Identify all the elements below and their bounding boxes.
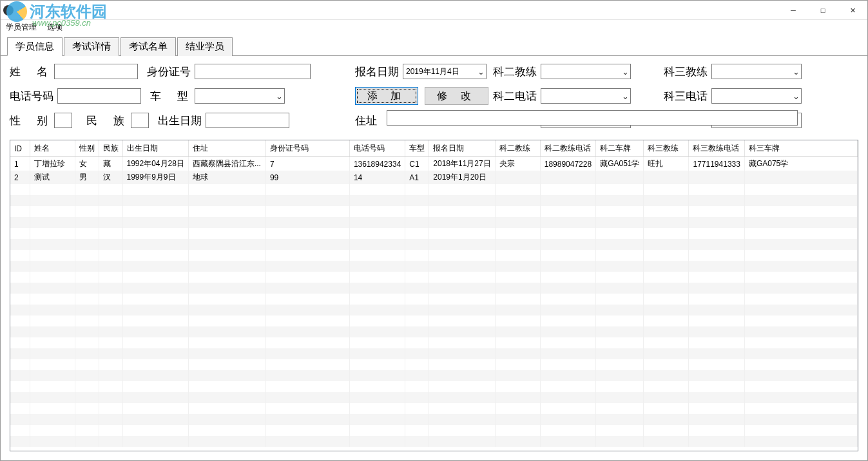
table-row-empty — [10, 315, 858, 326]
table-row-empty — [10, 403, 858, 414]
menubar: 学员管理 选项 — [1, 20, 867, 34]
cell-birth: 1992年04月28日 — [122, 157, 188, 171]
lbl-k2coach: 科二教练 — [493, 64, 537, 79]
table-row-empty — [10, 326, 858, 337]
cell-id: 2 — [10, 171, 30, 184]
datepicker-regdate[interactable]: 2019年11月4日 — [403, 64, 487, 79]
table-row[interactable]: 2测试男汉1999年9月9日地球9914A12019年1月20日 — [10, 171, 858, 184]
tab-graduated[interactable]: 结业学员 — [177, 37, 233, 56]
cell-car: C1 — [405, 157, 429, 171]
lbl-addr: 住址 — [355, 113, 377, 128]
cell-addr: 西藏察隅县沿江东... — [188, 157, 265, 171]
col-name[interactable]: 姓名 — [30, 140, 75, 157]
app-icon — [3, 5, 14, 15]
form-area: 姓 名 身份证号 电话号码 车 型 性 别 民 族 出生日期 — [1, 56, 867, 140]
table-row-empty — [10, 184, 858, 195]
cell-nation: 藏 — [99, 157, 122, 171]
table-row-empty — [10, 294, 858, 305]
input-birth[interactable] — [206, 113, 289, 128]
combo-k3coach[interactable] — [711, 64, 802, 79]
cell-idcard: 7 — [265, 157, 349, 171]
lbl-phone: 电话号码 — [10, 89, 53, 104]
col-idcard[interactable]: 身份证号码 — [265, 140, 349, 157]
menu-students[interactable]: 学员管理 — [5, 21, 42, 34]
table-row-empty — [10, 217, 858, 228]
cell-k2p: 18989047228 — [540, 157, 595, 171]
input-gender[interactable] — [54, 113, 72, 128]
cell-reg: 2019年1月20日 — [429, 171, 495, 184]
col-addr[interactable]: 住址 — [188, 140, 265, 157]
cell-k3c — [644, 171, 689, 184]
cell-k3c: 旺扎 — [644, 157, 689, 171]
table-header-row: ID 姓名 性别 民族 出生日期 住址 身份证号码 电话号码 车型 报名日期 科… — [10, 140, 858, 157]
col-k2pl[interactable]: 科二车牌 — [596, 140, 644, 157]
col-car[interactable]: 车型 — [405, 140, 429, 157]
tab-exam-detail[interactable]: 考试详情 — [64, 37, 119, 56]
lbl-k3coach: 科三教练 — [664, 64, 708, 79]
combo-k2phone[interactable] — [541, 88, 631, 104]
col-id[interactable]: ID — [10, 140, 30, 157]
cell-k3p: 17711941333 — [689, 157, 744, 171]
cell-id: 1 — [10, 157, 30, 171]
cell-k2c: 央宗 — [495, 157, 540, 171]
lbl-birth: 出生日期 — [158, 113, 202, 128]
data-grid[interactable]: ID 姓名 性别 民族 出生日期 住址 身份证号码 电话号码 车型 报名日期 科… — [10, 140, 858, 451]
input-idcard[interactable] — [195, 64, 311, 79]
table-row-empty — [10, 305, 858, 315]
cell-reg: 2018年11月27日 — [429, 157, 495, 171]
col-gender[interactable]: 性别 — [75, 140, 99, 157]
menu-options[interactable]: 选项 — [42, 21, 68, 34]
col-nation[interactable]: 民族 — [99, 140, 122, 157]
cell-nation: 汉 — [99, 171, 122, 184]
table-row[interactable]: 1丁增拉珍女藏1992年04月28日西藏察隅县沿江东...71361894233… — [10, 157, 858, 171]
table-row-empty — [10, 283, 858, 294]
cell-k3p — [689, 171, 744, 184]
table-row-empty — [10, 337, 858, 348]
input-phone[interactable] — [57, 88, 141, 104]
table-row-empty — [10, 348, 858, 359]
col-phone[interactable]: 电话号码 — [349, 140, 405, 157]
close-button[interactable]: ✕ — [838, 1, 867, 20]
lbl-k2phone: 科二电话 — [493, 89, 537, 104]
titlebar: ─ □ ✕ — [1, 1, 867, 20]
tab-student-info[interactable]: 学员信息 — [7, 37, 63, 56]
table-row-empty — [10, 228, 858, 239]
col-reg[interactable]: 报名日期 — [429, 140, 495, 157]
table-row-empty — [10, 425, 858, 436]
input-name[interactable] — [54, 64, 138, 79]
lbl-cartype: 车 型 — [150, 89, 191, 104]
col-k3c[interactable]: 科三教练 — [644, 140, 689, 157]
cell-phone: 14 — [349, 171, 405, 184]
cell-birth: 1999年9月9日 — [122, 171, 188, 184]
cell-k3pl — [744, 171, 857, 184]
cell-addr: 地球 — [188, 171, 265, 184]
combo-k2coach[interactable] — [541, 64, 631, 79]
table-row-empty — [10, 250, 858, 261]
btn-add[interactable]: 添 加 — [355, 87, 418, 105]
tab-exam-list[interactable]: 考试名单 — [121, 37, 176, 56]
cell-name: 丁增拉珍 — [30, 157, 75, 171]
cell-k2pl: 藏GA051学 — [596, 157, 644, 171]
cell-car: A1 — [405, 171, 429, 184]
main-window: ─ □ ✕ 学员管理 选项 学员信息 考试详情 考试名单 结业学员 姓 名 身份… — [0, 0, 868, 461]
input-addr[interactable] — [387, 110, 798, 126]
cell-k2p — [540, 171, 595, 184]
col-k2p[interactable]: 科二教练电话 — [540, 140, 595, 157]
col-k2c[interactable]: 科二教练 — [495, 140, 540, 157]
combo-k3phone[interactable] — [711, 88, 802, 104]
table-row-empty — [10, 436, 858, 447]
lbl-regdate: 报名日期 — [355, 64, 399, 79]
maximize-button[interactable]: □ — [808, 1, 838, 20]
cell-phone: 13618942334 — [349, 157, 405, 171]
table-row-empty — [10, 381, 858, 392]
input-nation[interactable] — [131, 113, 149, 128]
col-birth[interactable]: 出生日期 — [122, 140, 188, 157]
btn-edit[interactable]: 修 改 — [425, 87, 488, 105]
combo-cartype[interactable] — [195, 88, 285, 104]
table-row-empty — [10, 370, 858, 381]
table-row-empty — [10, 239, 858, 250]
minimize-button[interactable]: ─ — [778, 1, 808, 20]
lbl-name: 姓 名 — [10, 64, 50, 79]
col-k3pl[interactable]: 科三车牌 — [744, 140, 857, 157]
col-k3p[interactable]: 科三教练电话 — [689, 140, 744, 157]
